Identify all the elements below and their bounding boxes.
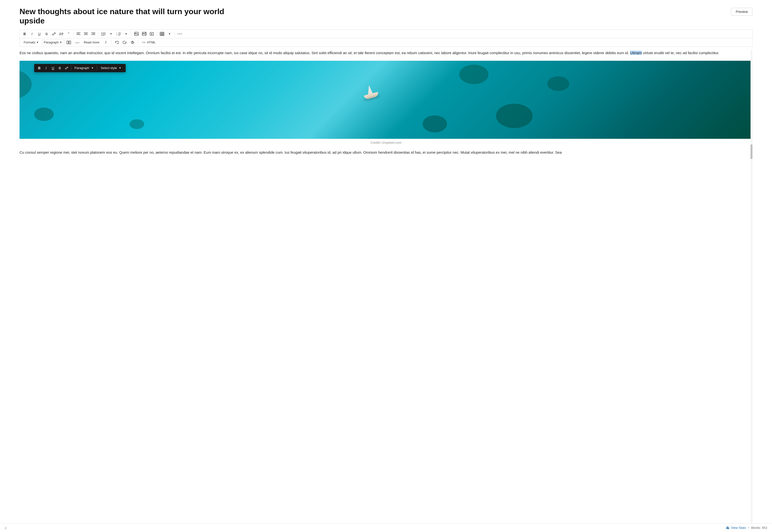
editor-content[interactable]: Eos ne civibus quaestio, nam an ancillae… bbox=[20, 50, 752, 523]
svg-rect-33 bbox=[181, 34, 182, 34]
svg-point-11 bbox=[102, 34, 102, 34]
words-count: Words: 453 bbox=[751, 526, 767, 530]
align-left-button[interactable] bbox=[75, 31, 82, 37]
svg-text:3.: 3. bbox=[116, 35, 117, 36]
image-caption: Credits Unsplash.com bbox=[20, 141, 752, 144]
reef-pattern-5 bbox=[20, 69, 32, 100]
read-more-button[interactable]: Read more bbox=[82, 40, 101, 45]
float-underline-button[interactable]: U bbox=[50, 65, 56, 71]
image-upload-button[interactable] bbox=[141, 31, 148, 37]
svg-rect-35 bbox=[69, 41, 71, 44]
more-options-button[interactable] bbox=[176, 31, 183, 37]
table-button[interactable] bbox=[158, 31, 166, 37]
float-paragraph-chevron-icon: ▼ bbox=[91, 67, 94, 69]
secondary-separator-1 bbox=[111, 40, 112, 45]
float-separator-1 bbox=[71, 66, 71, 70]
reef-pattern-2 bbox=[547, 76, 569, 91]
image-button[interactable] bbox=[133, 31, 140, 37]
status-bar: p View Stats • Words: 453 bbox=[0, 523, 772, 532]
toolbar-separator-1 bbox=[73, 31, 74, 36]
toolbar-separator-4 bbox=[157, 31, 157, 36]
table-dropdown-button[interactable]: ▼ bbox=[166, 31, 173, 37]
stats-icon bbox=[726, 526, 729, 529]
page-title: New thoughts about ice nature that will … bbox=[20, 7, 239, 26]
toolbar-main: B I U S " bbox=[20, 30, 752, 38]
svg-rect-26 bbox=[160, 32, 164, 36]
float-italic-button[interactable]: I bbox=[43, 65, 49, 71]
align-right-button[interactable] bbox=[90, 31, 97, 37]
paragraph-chevron-icon: ▼ bbox=[60, 41, 62, 44]
hr-button[interactable]: — bbox=[73, 39, 81, 46]
float-link-button[interactable] bbox=[63, 65, 70, 71]
underline-button[interactable]: U bbox=[36, 31, 43, 37]
link-button[interactable] bbox=[51, 31, 57, 37]
blockquote-button[interactable]: " bbox=[65, 31, 72, 37]
view-stats-link[interactable]: View Stats bbox=[731, 526, 746, 530]
float-style-chevron-icon: ▼ bbox=[119, 67, 121, 69]
reef-pattern-1 bbox=[459, 65, 488, 84]
reef-pattern-3 bbox=[496, 104, 533, 128]
element-indicator: p bbox=[5, 526, 7, 530]
paragraph-dropdown-button[interactable]: Paragraph ▼ bbox=[42, 40, 64, 45]
formats-dropdown-button[interactable]: Formats ▼ bbox=[22, 40, 41, 45]
media-button[interactable] bbox=[148, 31, 155, 37]
unordered-list-button[interactable] bbox=[100, 31, 107, 37]
list-dropdown-button[interactable]: ▼ bbox=[108, 31, 114, 37]
preview-button[interactable]: Preview bbox=[731, 8, 752, 16]
boat bbox=[364, 92, 379, 100]
svg-rect-34 bbox=[67, 41, 69, 44]
toolbar-separator-3 bbox=[131, 31, 131, 36]
status-right: View Stats • Words: 453 bbox=[726, 526, 767, 530]
toolbar-secondary: Formats ▼ Paragraph ▼ — Read more I <> H… bbox=[20, 38, 752, 47]
body-paragraph-2[interactable]: Cu consul semper regione mei, stet novum… bbox=[20, 149, 752, 156]
float-paragraph-dropdown[interactable]: Paragraph ▼ bbox=[72, 65, 96, 70]
strikethrough-button[interactable]: S bbox=[43, 31, 50, 37]
undo-button[interactable] bbox=[113, 39, 120, 46]
bullet-separator: • bbox=[748, 526, 749, 530]
highlighted-word: Utinam bbox=[630, 51, 642, 55]
svg-point-13 bbox=[102, 35, 102, 36]
formats-chevron-icon: ▼ bbox=[36, 41, 39, 44]
reef-pattern-4 bbox=[423, 115, 447, 132]
float-style-dropdown[interactable]: Select style ▼ bbox=[98, 65, 124, 70]
ordered-list-button[interactable]: 1.2.3. bbox=[115, 31, 122, 37]
reef-pattern-6 bbox=[34, 108, 54, 121]
svg-point-9 bbox=[102, 32, 102, 33]
svg-rect-32 bbox=[179, 34, 180, 34]
ordered-list-dropdown-button[interactable]: ▼ bbox=[123, 31, 130, 37]
scroll-thumb[interactable] bbox=[751, 144, 752, 159]
toolbar-separator-5 bbox=[174, 31, 175, 36]
columns-button[interactable] bbox=[65, 39, 72, 46]
float-strike-button[interactable]: S bbox=[57, 65, 63, 71]
reef-pattern-7 bbox=[130, 119, 144, 129]
scrollbar[interactable] bbox=[751, 50, 752, 523]
image-block: Credits Unsplash.com bbox=[20, 61, 752, 144]
italic-button[interactable]: I bbox=[29, 31, 35, 37]
toolbar-separator-2 bbox=[98, 31, 98, 36]
unlink-button[interactable] bbox=[58, 31, 65, 37]
bold-button[interactable]: B bbox=[21, 31, 28, 37]
align-center-button[interactable] bbox=[82, 31, 89, 37]
italic-format-button[interactable]: I bbox=[102, 39, 109, 46]
body-paragraph-1[interactable]: Eos ne civibus quaestio, nam an ancillae… bbox=[20, 50, 752, 56]
boat-sail bbox=[366, 85, 373, 95]
html-button[interactable]: <> HTML bbox=[140, 40, 158, 45]
floating-toolbar: B I U S Paragraph ▼ Select style ▼ bbox=[34, 64, 126, 72]
ocean-image bbox=[20, 61, 752, 139]
svg-rect-31 bbox=[178, 34, 179, 34]
history-button[interactable] bbox=[129, 39, 136, 46]
float-bold-button[interactable]: B bbox=[36, 65, 42, 71]
redo-button[interactable] bbox=[121, 39, 128, 46]
